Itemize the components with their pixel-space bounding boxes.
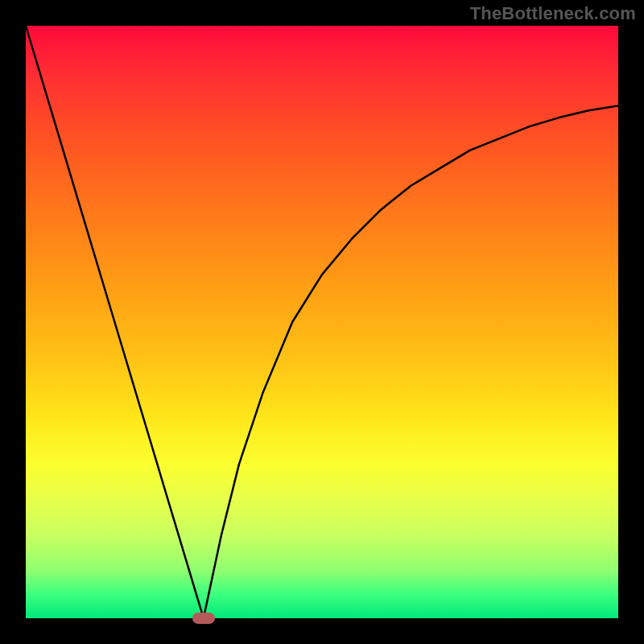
watermark-text: TheBottleneck.com <box>470 3 636 24</box>
optimal-point-marker <box>192 613 215 624</box>
chart-frame: TheBottleneck.com <box>0 0 644 644</box>
bottleneck-curve <box>26 26 618 618</box>
plot-area <box>26 26 618 618</box>
